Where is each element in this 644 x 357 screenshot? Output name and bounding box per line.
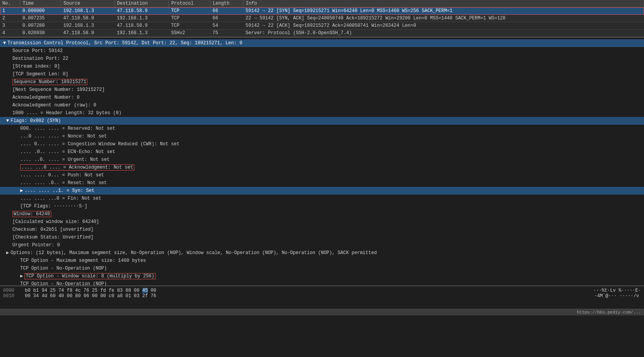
cell-time: 0.007235 (20, 15, 61, 22)
detail-line[interactable]: ▶TCP Option - Window scale: 8 (multiply … (0, 272, 644, 280)
detail-pane: ▼Transmission Control Protocol, Src Port… (0, 37, 644, 286)
hex-ascii: ···%t·Lv %·····E· (594, 288, 641, 293)
cell-length: 54 (210, 22, 243, 30)
tcp-header-line[interactable]: ▼Transmission Control Protocol, Src Port… (0, 39, 644, 47)
hex-pane: 0000b0 b1 94 25 74 f8 4c 76 25 fd fe 83 … (0, 286, 644, 309)
detail-line[interactable]: ▼Flags: 0x002 (SYN) (0, 117, 644, 125)
cell-no: 2 (0, 15, 20, 22)
detail-line[interactable]: ▶Options: (12 bytes), Maximum segment si… (0, 249, 644, 257)
detail-line: TCP Option - Maximum segment size: 1460 … (0, 257, 644, 265)
hex-line: 0000b0 b1 94 25 74 f8 4c 76 25 fd fe 83 … (3, 288, 641, 293)
hex-bytes: b0 b1 94 25 74 f8 4c 76 25 fd fe 83 08 0… (25, 288, 587, 293)
cell-source: 47.118.58.9 (61, 15, 115, 22)
col-header-time: Time (20, 0, 61, 7)
detail-line: Source Port: 59142 (0, 47, 644, 55)
detail-line: Urgent Pointer: 0 (0, 241, 644, 249)
status-text: https://bbs.pediy.com/... (577, 310, 641, 315)
cell-destination: 47.118.58.9 (115, 22, 169, 30)
cell-no: 1 (0, 7, 20, 15)
cell-info: 59142 → 22 [SYN] Seq=189215271 Win=64240… (243, 7, 644, 15)
detail-line: [Checksum Status: Unverified] (0, 233, 644, 241)
detail-line[interactable]: ▶.... .... ..1. = Syn: Set (0, 187, 644, 195)
packet-list-table: No. Time Source Destination Protocol Len… (0, 0, 644, 37)
detail-line: TCP Option - No-Operation (NOP) (0, 265, 644, 272)
detail-line: 1000 .... = Header Length: 32 bytes (8) (0, 109, 644, 117)
table-row[interactable]: 30.007280192.168.1.347.118.58.9TCP545914… (0, 22, 644, 30)
hex-bytes: 00 34 4d 60 40 00 80 06 00 00 c0 a8 01 0… (25, 293, 588, 299)
detail-line: Sequence Number: 189215271 (0, 78, 644, 86)
cell-info: Server: Protocol (SSH-2.0-OpenSSH_7.4) (243, 30, 644, 37)
detail-line: Acknowledgment Number: 0 (0, 94, 644, 101)
cell-no: 3 (0, 22, 20, 30)
detail-line: 000. .... .... = Reserved: Not set (0, 125, 644, 132)
table-row[interactable]: 10.000000192.168.1.347.118.58.9TCP665914… (0, 7, 644, 15)
col-header-protocol: Protocol (169, 0, 210, 7)
detail-line: Checksum: 0x2b51 [unverified] (0, 226, 644, 233)
detail-line: [TCP Segment Len: 0] (0, 70, 644, 78)
cell-time: 0.007280 (20, 22, 61, 30)
cell-protocol: TCP (169, 22, 210, 30)
cell-source: 192.168.1.3 (61, 7, 115, 15)
cell-time: 0.020930 (20, 30, 61, 37)
status-bar: https://bbs.pediy.com/... (0, 309, 644, 315)
col-header-source: Source (61, 0, 115, 7)
detail-line: Window: 64240 (0, 210, 644, 218)
detail-line: .... .... 0... = Push: Not set (0, 171, 644, 179)
detail-line: .... .0.. .... = ECN-Echo: Not set (0, 148, 644, 156)
detail-line: Destination Port: 22 (0, 55, 644, 63)
detail-line: Acknowledgment number (raw): 0 (0, 101, 644, 109)
detail-line: [TCP Flags: ·········S·] (0, 202, 644, 210)
cell-source: 192.168.1.3 (61, 22, 115, 30)
detail-line: [Next Sequence Number: 189215272] (0, 86, 644, 94)
cell-time: 0.000000 (20, 7, 61, 15)
cell-source: 47.118.58.9 (61, 30, 115, 37)
cell-length: 66 (210, 7, 243, 15)
hex-offset: 0000 (3, 288, 19, 293)
cell-destination: 192.168.1.3 (115, 30, 169, 37)
detail-line: ...0 .... .... = Nonce: Not set (0, 132, 644, 140)
cell-length: 66 (210, 15, 243, 22)
cell-destination: 192.168.1.3 (115, 15, 169, 22)
table-row[interactable]: 40.02093047.118.58.9192.168.1.3SSHv275Se… (0, 30, 644, 37)
detail-line: .... .... .0.. = Reset: Not set (0, 179, 644, 187)
detail-line: [Calculated window size: 64240] (0, 218, 644, 226)
cell-length: 75 (210, 30, 243, 37)
hex-line: 001000 34 4d 60 40 00 80 06 00 00 c0 a8 … (3, 293, 641, 299)
cell-destination: 47.118.58.9 (115, 7, 169, 15)
detail-line: TCP Option - No-Operation (NOP) (0, 280, 644, 286)
cell-protocol: SSHv2 (169, 30, 210, 37)
cell-no: 4 (0, 30, 20, 37)
detail-line: .... 0... .... = Congestion Window Reduc… (0, 140, 644, 148)
col-header-no: No. (0, 0, 20, 7)
detail-line: .... ...0 .... = Acknowledgment: Not set (0, 164, 644, 171)
cell-info: 22 → 59142 [SYN, ACK] Seq=240050740 Ack=… (243, 15, 644, 22)
col-header-destination: Destination (115, 0, 169, 7)
table-header-row: No. Time Source Destination Protocol Len… (0, 0, 644, 7)
col-header-info: Info (243, 0, 644, 7)
cell-info: 59142 → 22 [ACK] Seq=189215272 Ack=24005… (243, 22, 644, 30)
detail-line: .... .... ...0 = Fin: Not set (0, 195, 644, 202)
cell-protocol: TCP (169, 15, 210, 22)
hex-offset: 0010 (3, 293, 19, 299)
table-row[interactable]: 20.00723547.118.58.9192.168.1.3TCP6622 →… (0, 15, 644, 22)
detail-line: [Stream index: 0] (0, 63, 644, 70)
detail-line: .... ..0. .... = Urgent: Not set (0, 156, 644, 164)
hex-ascii: ·4M`@··· ·····/v (594, 293, 641, 299)
cell-protocol: TCP (169, 7, 210, 15)
col-header-length: Length (210, 0, 243, 7)
